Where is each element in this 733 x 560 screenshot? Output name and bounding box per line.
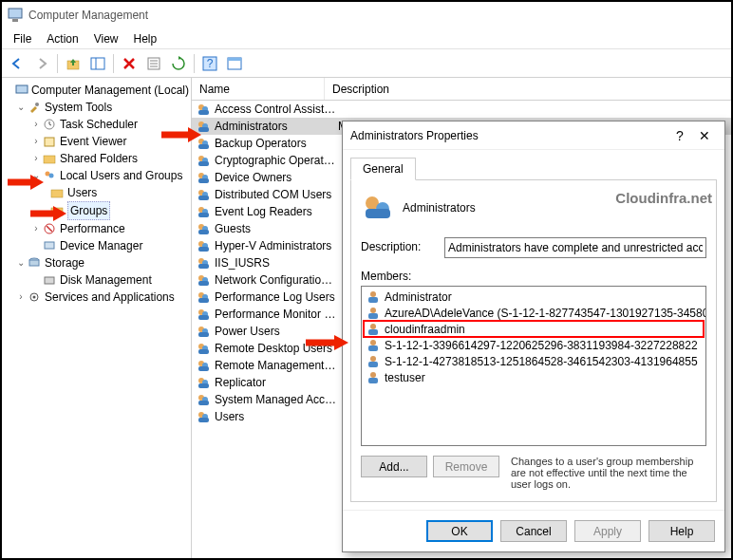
expand-icon[interactable]: ⌄	[15, 99, 27, 116]
tree-local-users-groups[interactable]: Local Users and Groups	[60, 167, 182, 184]
col-name[interactable]: Name	[192, 78, 325, 100]
svg-rect-76	[198, 366, 209, 371]
menu-view[interactable]: View	[86, 30, 126, 47]
member-row[interactable]: S-1-12-1-4273818513-1251864528-346154230…	[364, 353, 704, 369]
members-listbox[interactable]: AdministratorAzureAD\AdeleVance (S-1-12-…	[361, 286, 706, 446]
tree-services[interactable]: Services and Applications	[45, 289, 175, 306]
view-button[interactable]	[223, 52, 246, 75]
tree-event-viewer[interactable]: Event Viewer	[60, 133, 126, 150]
expand-icon[interactable]: ⌄	[30, 167, 42, 184]
delete-button[interactable]	[118, 52, 141, 75]
svg-rect-73	[198, 349, 209, 354]
member-row[interactable]: Administrator	[364, 289, 704, 305]
menubar: File Action View Help	[2, 28, 731, 49]
group-name: Administrators	[403, 201, 476, 215]
forward-button[interactable]	[30, 52, 53, 75]
titlebar: Computer Management	[2, 2, 731, 28]
row-name: Power Users	[215, 325, 338, 338]
row-name: Users	[215, 410, 338, 423]
svg-rect-64	[198, 298, 209, 303]
up-button[interactable]	[62, 52, 85, 75]
tree-system-tools[interactable]: System Tools	[45, 99, 112, 116]
group-icon	[196, 358, 211, 373]
cancel-button[interactable]: Cancel	[500, 520, 567, 542]
tree-shared-folders[interactable]: Shared Folders	[60, 150, 138, 167]
group-icon	[196, 153, 211, 168]
tab-page: Administrators Description: Members: Adm…	[350, 180, 717, 502]
event-icon	[42, 134, 57, 149]
group-icon	[196, 409, 211, 424]
col-description[interactable]: Description	[325, 78, 731, 100]
tree-storage[interactable]: Storage	[45, 254, 85, 271]
back-button[interactable]	[6, 52, 28, 75]
member-row[interactable]: cloudinfraadmin	[364, 321, 704, 337]
app-icon	[8, 8, 23, 23]
group-icon	[196, 272, 211, 288]
svg-rect-17	[44, 156, 55, 163]
expand-icon[interactable]: ›	[30, 220, 42, 237]
svg-point-99	[370, 372, 376, 378]
tree-users[interactable]: Users	[67, 184, 97, 201]
refresh-button[interactable]	[167, 52, 190, 75]
nav-tree[interactable]: Computer Management (Local) ⌄System Tool…	[2, 78, 192, 558]
member-name: S-1-12-1-4273818513-1251864528-346154230…	[385, 355, 698, 368]
dialog-help-icon[interactable]: ?	[667, 128, 692, 143]
properties-button[interactable]	[142, 52, 165, 75]
svg-rect-70	[198, 332, 209, 337]
svg-rect-94	[368, 329, 378, 335]
ok-button[interactable]: OK	[426, 520, 493, 542]
close-icon[interactable]: ✕	[692, 128, 717, 143]
tree-groups[interactable]: Groups	[67, 201, 110, 220]
device-icon	[42, 238, 57, 253]
svg-point-28	[33, 296, 36, 299]
menu-file[interactable]: File	[6, 30, 39, 47]
user-icon	[366, 354, 381, 369]
svg-rect-21	[51, 208, 63, 215]
expand-icon[interactable]: ⌄	[15, 254, 27, 271]
svg-rect-98	[368, 362, 378, 367]
svg-rect-90	[368, 297, 378, 303]
member-name: testuser	[385, 371, 425, 384]
svg-rect-25	[29, 260, 39, 266]
list-row[interactable]: Access Control Assist…	[192, 101, 731, 118]
menu-help[interactable]: Help	[126, 30, 165, 47]
group-icon	[196, 170, 211, 185]
group-icon	[196, 341, 211, 356]
help-button[interactable]: Help	[648, 520, 715, 542]
member-name: S-1-12-1-3396614297-1220625296-383119398…	[385, 339, 698, 352]
svg-rect-58	[198, 264, 209, 269]
expand-icon[interactable]: ›	[30, 133, 42, 150]
tree-root[interactable]: Computer Management (Local)	[31, 82, 189, 99]
menu-action[interactable]: Action	[39, 30, 85, 47]
svg-rect-52	[198, 230, 209, 234]
row-name: Guests	[215, 222, 338, 235]
svg-point-97	[370, 356, 376, 362]
member-row[interactable]: AzureAD\AdeleVance (S-1-12-1-827743547-1…	[364, 305, 704, 321]
show-hide-button[interactable]	[86, 52, 109, 75]
row-name: Cryptographic Operat…	[215, 154, 338, 167]
clock-icon	[42, 117, 57, 132]
tree-task-scheduler[interactable]: Task Scheduler	[60, 116, 138, 133]
tree-disk-management[interactable]: Disk Management	[60, 271, 152, 289]
tab-general[interactable]: General	[350, 158, 416, 180]
svg-rect-16	[45, 138, 54, 146]
group-icon	[196, 255, 211, 271]
member-row[interactable]: S-1-12-1-3396614297-1220625296-383119398…	[364, 337, 704, 353]
expand-icon[interactable]: ›	[30, 116, 42, 133]
group-icon	[196, 392, 211, 407]
member-row[interactable]: testuser	[364, 369, 704, 385]
row-name: Device Owners	[215, 171, 338, 184]
group-icon	[196, 136, 211, 151]
add-button[interactable]: Add...	[361, 456, 427, 477]
expand-icon[interactable]: ›	[30, 150, 42, 167]
expand-icon[interactable]: ›	[15, 289, 27, 306]
tree-device-manager[interactable]: Device Manager	[60, 237, 142, 254]
help-button[interactable]: ?	[198, 52, 221, 75]
description-field[interactable]	[444, 237, 706, 258]
group-icon	[196, 187, 211, 202]
group-icon	[196, 238, 211, 253]
row-name: Hyper-V Administrators	[215, 239, 338, 252]
tree-performance[interactable]: Performance	[60, 220, 125, 237]
group-icon	[196, 289, 211, 305]
svg-rect-96	[368, 345, 378, 351]
